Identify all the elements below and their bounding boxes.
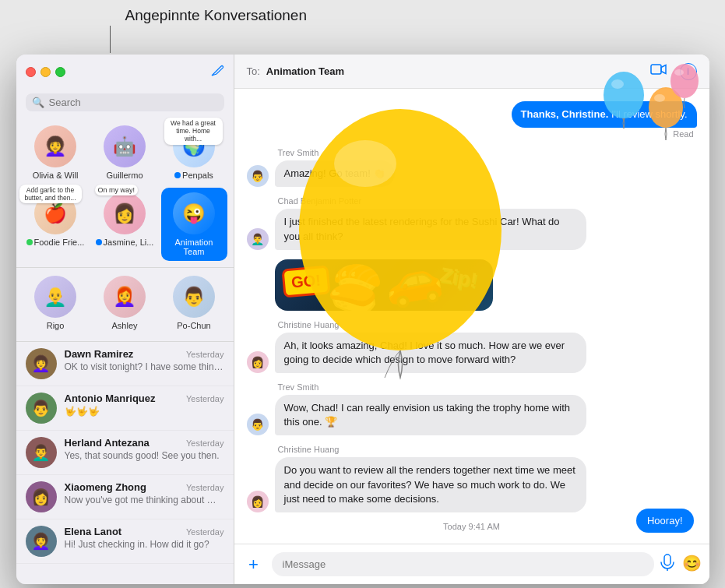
avatar-christine-2: 👩	[247, 491, 269, 512]
bubble-outgoing-thanks: Thanks, Christine. I'll review shortly.	[512, 101, 697, 128]
pinned-name-penpals: Penpals	[174, 171, 213, 180]
conv-item-elena[interactable]: 👩‍🦱 Elena Lanot Yesterday Hi! Just check…	[16, 519, 234, 564]
chat-header: To: Animation Team i	[234, 55, 709, 89]
chat-recipient: Animation Team	[266, 65, 344, 77]
message-input[interactable]	[272, 552, 654, 576]
add-attachment-button[interactable]: +	[242, 555, 266, 575]
bubble-christine-amazing: Ah, it looks amazing, Chad! I love it so…	[275, 333, 586, 373]
pinned-name-foodie: Foodie Frie...	[26, 238, 85, 247]
foodie-badge: Add garlic to the butter, and then...	[19, 185, 82, 203]
search-icon: 🔍	[32, 97, 44, 108]
pinned-avatar-ashley: 👩‍🦰	[104, 276, 146, 318]
conv-time-elena: Yesterday	[186, 527, 224, 537]
sidebar: 🔍 👩‍🦱 Olivia & Will	[16, 55, 234, 584]
conv-item-dawn[interactable]: 👩‍🦱 Dawn Ramirez Yesterday OK to visit t…	[16, 342, 234, 386]
conv-avatar-elena: 👩‍🦱	[26, 526, 57, 557]
conv-item-antonio[interactable]: 👨 Antonio Manriquez Yesterday 🤟🤟🤟	[16, 386, 234, 431]
msg-group-trev-trophy: Trev Smith 👨 Wow, Chad! I can really env…	[247, 382, 697, 435]
pinned-item-foodie[interactable]: Add garlic to the butter, and then... 🍎 …	[23, 188, 89, 261]
conv-name-dawn: Dawn Ramirez	[65, 348, 134, 360]
pinned-item-animation-team[interactable]: 😜 Animation Team	[161, 188, 227, 261]
conv-preview-elena: Hi! Just checking in. How did it go?	[65, 539, 224, 550]
search-input[interactable]	[49, 97, 218, 108]
pinned-avatar-guillermo: 🤖	[104, 125, 146, 167]
pinned-item-guillermo[interactable]: 🤖 Guillermo	[92, 121, 158, 185]
pinned-name-ashley: Ashley	[111, 321, 137, 330]
video-call-icon[interactable]	[650, 63, 667, 79]
chat-to-label: To:	[247, 65, 260, 77]
conv-time-xiaomeng: Yesterday	[186, 483, 224, 492]
sender-trev-2: Trev Smith	[278, 382, 697, 392]
sushi-car-emoji: 🍣🚗	[321, 259, 445, 311]
main-chat: To: Animation Team i	[234, 55, 709, 584]
pinned-item-rigo[interactable]: 👨‍🦲 Rigo	[23, 271, 89, 335]
emoji-icon[interactable]: 😊	[682, 554, 702, 575]
conv-preview-antonio: 🤟🤟🤟	[65, 406, 224, 417]
conv-body-herland: Herland Antezana Yesterday Yes, that sou…	[65, 437, 224, 461]
conv-body-antonio: Antonio Manriquez Yesterday 🤟🤟🤟	[65, 393, 224, 417]
conv-body-elena: Elena Lanot Yesterday Hi! Just checking …	[65, 526, 224, 550]
conv-item-xiaomeng[interactable]: 👩 Xiaomeng Zhong Yesterday Now you've go…	[16, 475, 234, 519]
pinned-section: 👩‍🦱 Olivia & Will 🤖 Guillermo	[16, 118, 234, 268]
conversation-list: 👩‍🦱 Dawn Ramirez Yesterday OK to visit t…	[16, 342, 234, 584]
search-bar[interactable]: 🔍	[26, 93, 224, 111]
sushi-car-image: GO! Zip! 🍣🚗	[275, 259, 493, 311]
audio-input-icon[interactable]	[660, 554, 674, 575]
pinned-item-pochun[interactable]: 👨 Po-Chun	[161, 271, 227, 335]
avatar-trev-2: 👨	[247, 414, 269, 435]
conv-time-dawn: Yesterday	[186, 350, 224, 359]
conv-avatar-dawn: 👩‍🦱	[26, 348, 57, 379]
info-icon[interactable]: i	[680, 63, 697, 80]
pinned-avatar-jasmine: 👩	[104, 192, 146, 234]
conv-name-elena: Elena Lanot	[65, 526, 122, 537]
pinned-name-pochun: Po-Chun	[177, 321, 210, 330]
traffic-lights	[26, 67, 65, 77]
msg-row-christine-review: 👩 Do you want to review all the renders …	[247, 457, 697, 512]
pinned-name-animation-team: Animation Team	[164, 238, 224, 256]
avatar-christine-1: 👩	[247, 351, 269, 373]
messages-area[interactable]: Thanks, Christine. I'll review shortly. …	[234, 89, 709, 544]
pinned-avatar-animation-team: 😜	[173, 192, 215, 234]
conv-body-xiaomeng: Xiaomeng Zhong Yesterday Now you've got …	[65, 481, 224, 505]
maximize-button[interactable]	[55, 67, 65, 77]
pinned-item-olivia-will[interactable]: 👩‍🦱 Olivia & Will	[23, 121, 89, 185]
msg-row-christine-amazing: 👩 Ah, it looks amazing, Chad! I love it …	[247, 333, 697, 373]
sender-chad: Chad Benjamin Potter	[278, 196, 697, 206]
sender-christine-1: Christine Huang	[278, 320, 697, 329]
pinned-avatar-rigo: 👨‍🦲	[34, 276, 76, 318]
pinned-item-ashley[interactable]: 👩‍🦰 Ashley	[92, 271, 158, 335]
conv-preview-dawn: OK to visit tonight? I have some things …	[65, 361, 224, 372]
bubble-christine-review: Do you want to review all the renders to…	[275, 457, 586, 512]
conv-avatar-xiaomeng: 👩	[26, 481, 57, 512]
pinned-grid: 👩‍🦱 Olivia & Will 🤖 Guillermo	[23, 121, 227, 261]
conv-avatar-antonio: 👨	[26, 393, 57, 424]
pinned-name-jasmine: Jasmine, Li...	[96, 238, 154, 247]
msg-row-chad: 👨‍🦱 I just finished the latest rendering…	[247, 209, 697, 249]
bubble-chad-renderings: I just finished the latest renderings fo…	[275, 209, 586, 249]
conv-preview-xiaomeng: Now you've got me thinking about my next…	[65, 495, 224, 505]
minimize-button[interactable]	[40, 67, 51, 77]
conv-item-herland[interactable]: 👨‍🦱 Herland Antezana Yesterday Yes, that…	[16, 431, 234, 475]
pinned-item-penpals[interactable]: We had a great time. Home with... 🌍 Penp…	[161, 121, 227, 185]
msg-row-trev-trophy: 👨 Wow, Chad! I can really envision us ta…	[247, 395, 697, 435]
compose-button[interactable]	[210, 63, 224, 81]
conv-avatar-herland: 👨‍🦱	[26, 437, 57, 468]
pinned-avatar-pochun: 👨	[173, 276, 215, 318]
msg-group-chad: Chad Benjamin Potter 👨‍🦱 I just finished…	[247, 196, 697, 249]
bubble-trev-amazing: Amazing! Go team! 👏	[275, 160, 396, 187]
annotation-title: Angepinnte Konversationen	[125, 7, 307, 24]
msg-group-trev-amazing: Trev Smith 👨 Amazing! Go team! 👏	[247, 148, 697, 187]
bubble-trev-trophy: Wow, Chad! I can really envision us taki…	[275, 395, 586, 435]
penpals-badge: We had a great time. Home with...	[164, 118, 223, 145]
msg-group-outgoing: Thanks, Christine. I'll review shortly. …	[247, 101, 697, 139]
chat-header-actions: i	[650, 63, 697, 80]
jasmine-badge: On my way!	[95, 185, 139, 195]
svg-rect-0	[651, 65, 661, 74]
zoom-sticker: Zip!	[438, 262, 479, 293]
close-button[interactable]	[26, 67, 36, 77]
conv-name-herland: Herland Antezana	[65, 437, 150, 449]
pinned-name-olivia-will: Olivia & Will	[33, 171, 79, 180]
pinned-name-guillermo: Guillermo	[106, 171, 143, 180]
pinned-item-jasmine[interactable]: On my way! 👩 Jasmine, Li...	[92, 188, 158, 261]
chat-input-bar: + 😊	[234, 544, 709, 584]
